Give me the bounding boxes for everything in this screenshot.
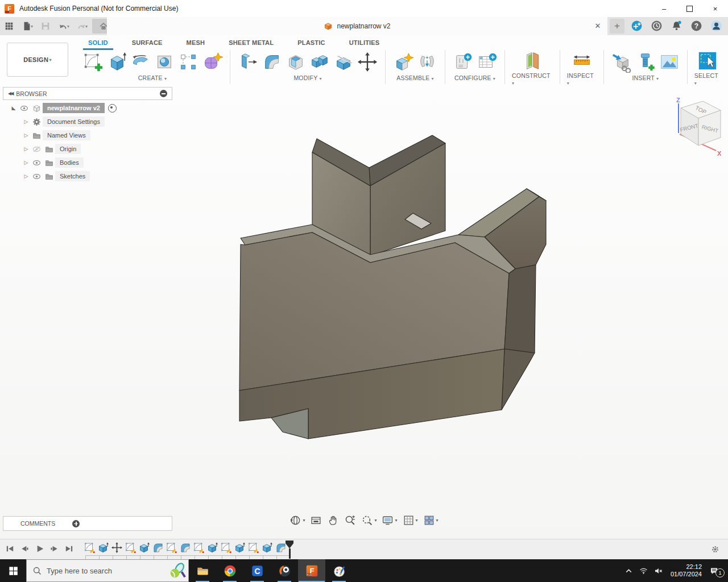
browser-item-named-views[interactable]: ▷Named Views bbox=[22, 128, 171, 142]
new-tab-button[interactable]: + bbox=[610, 19, 624, 34]
configuration-table-button[interactable] bbox=[476, 51, 498, 73]
browser-item-document-settings[interactable]: ▷Document Settings bbox=[22, 115, 171, 128]
start-button[interactable] bbox=[0, 559, 26, 582]
step-forward-button[interactable] bbox=[49, 543, 60, 554]
timeline-feature-extrude[interactable] bbox=[234, 542, 246, 554]
taskbar-app-paint[interactable] bbox=[325, 559, 353, 582]
taskbar-app-chrome[interactable] bbox=[216, 559, 243, 582]
configuration-button[interactable] bbox=[452, 51, 474, 73]
look-at-button[interactable] bbox=[310, 514, 322, 526]
document-tab[interactable]: newplatnarrow v2 ✕ bbox=[107, 17, 607, 35]
viewports-button[interactable]: ▾ bbox=[423, 514, 439, 526]
timeline-settings-button[interactable] bbox=[710, 544, 720, 554]
browser-panel-header[interactable]: ◀◀ BROWSER bbox=[3, 87, 172, 100]
timeline-feature-sketch[interactable] bbox=[247, 542, 259, 554]
tab-sheet-metal[interactable]: SHEET METAL bbox=[217, 35, 286, 50]
visibility-toggle-icon[interactable] bbox=[30, 144, 43, 154]
group-label[interactable]: MODIFY ▾ bbox=[293, 74, 321, 81]
play-button[interactable] bbox=[34, 543, 45, 554]
create-sketch-button[interactable] bbox=[82, 51, 104, 73]
group-label[interactable]: CREATE ▾ bbox=[138, 74, 167, 81]
combine-button[interactable] bbox=[309, 51, 330, 73]
taskbar-app-file-explorer[interactable] bbox=[189, 559, 216, 582]
timeline-feature-fillet[interactable] bbox=[152, 542, 164, 554]
taskbar-app-fusion[interactable]: FFUS bbox=[298, 559, 325, 582]
save-button[interactable] bbox=[38, 19, 53, 34]
notifications-button[interactable] bbox=[671, 20, 682, 32]
app-grid-button[interactable] bbox=[1, 19, 17, 34]
timeline-feature-sketch[interactable] bbox=[84, 542, 96, 554]
browser-item-newplatnarrow-v2[interactable]: ◣newplatnarrow v2 bbox=[10, 101, 171, 115]
timeline-feature-sketch[interactable] bbox=[193, 542, 205, 554]
go-to-start-button[interactable] bbox=[5, 543, 15, 554]
volume-muted-icon[interactable] bbox=[653, 566, 663, 576]
fit-button[interactable]: ▾ bbox=[361, 514, 377, 526]
collapse-panel-icon[interactable]: ◀◀ bbox=[8, 91, 13, 96]
group-label[interactable]: SELECT ▾ bbox=[694, 72, 721, 86]
wifi-icon[interactable] bbox=[639, 566, 648, 576]
visibility-toggle-icon[interactable] bbox=[30, 172, 43, 181]
browser-item-bodies[interactable]: ▷Bodies bbox=[22, 156, 171, 169]
go-to-end-button[interactable] bbox=[64, 543, 75, 554]
display-settings-button[interactable]: ▾ bbox=[382, 514, 397, 526]
fillet-button[interactable] bbox=[261, 51, 283, 73]
hole-button[interactable] bbox=[154, 51, 175, 73]
orbit-button[interactable]: ▾ bbox=[289, 514, 305, 526]
insert-derive-button[interactable] bbox=[611, 51, 632, 73]
close-tab-icon[interactable]: ✕ bbox=[593, 21, 603, 31]
tray-chevron-up-icon[interactable] bbox=[624, 566, 634, 576]
timeline-feature-sketch[interactable] bbox=[125, 542, 136, 554]
timeline-feature-extrude[interactable] bbox=[261, 542, 273, 554]
search-daily-image[interactable] bbox=[169, 562, 186, 579]
measure-button[interactable] bbox=[571, 50, 593, 72]
group-label[interactable]: CONSTRUCT ▾ bbox=[512, 72, 553, 86]
timeline-feature-sketch[interactable] bbox=[166, 542, 177, 554]
browser-item-sketches[interactable]: ▷Sketches bbox=[22, 169, 171, 183]
visibility-toggle-icon[interactable] bbox=[30, 158, 43, 168]
construction-plane-button[interactable] bbox=[522, 50, 543, 72]
insert-fastener-button[interactable] bbox=[635, 51, 656, 73]
timeline-feature-extrude[interactable] bbox=[138, 542, 150, 554]
avatar-button[interactable] bbox=[710, 20, 722, 32]
tab-surface[interactable]: SURFACE bbox=[120, 35, 175, 50]
tab-mesh[interactable]: MESH bbox=[175, 35, 217, 50]
group-label[interactable]: ASSEMBLE ▾ bbox=[396, 74, 434, 81]
move-button[interactable] bbox=[357, 51, 378, 73]
close-button[interactable]: × bbox=[702, 0, 728, 17]
joint-button[interactable] bbox=[416, 51, 438, 73]
step-back-button[interactable] bbox=[19, 543, 30, 554]
revolve-button[interactable] bbox=[130, 51, 151, 73]
expand-icon[interactable]: ▷ bbox=[22, 132, 30, 138]
timeline-feature-fillet[interactable] bbox=[275, 542, 287, 554]
view-cube[interactable]: Z X TOP FRONT RIGHT bbox=[661, 95, 724, 158]
group-label[interactable]: INSERT ▾ bbox=[632, 74, 659, 81]
expand-icon[interactable]: ▷ bbox=[22, 160, 30, 165]
taskbar-clock[interactable]: 22:12 01/07/2024 bbox=[671, 563, 702, 578]
tab-plastic[interactable]: PLASTIC bbox=[286, 35, 337, 50]
timeline-feature-fillet[interactable] bbox=[179, 542, 191, 554]
browser-item-origin[interactable]: ▷Origin bbox=[22, 142, 171, 156]
new-component-button[interactable] bbox=[392, 51, 414, 73]
expand-icon[interactable]: ▷ bbox=[22, 119, 30, 124]
shell-button[interactable] bbox=[285, 51, 307, 73]
visibility-toggle-icon[interactable] bbox=[18, 103, 30, 113]
grid-display-button[interactable]: ▾ bbox=[403, 514, 418, 526]
undo-button[interactable]: ▾ bbox=[56, 19, 72, 34]
timeline-feature-move[interactable] bbox=[111, 542, 123, 554]
form-button[interactable] bbox=[201, 51, 223, 73]
help-button[interactable]: ? bbox=[690, 20, 702, 32]
maximize-button[interactable] bbox=[677, 0, 702, 17]
collapse-icon[interactable]: ◣ bbox=[10, 105, 18, 111]
timeline-feature-extrude[interactable] bbox=[97, 542, 109, 554]
activate-component-radio[interactable] bbox=[108, 104, 117, 113]
timeline-feature-extrude[interactable] bbox=[206, 542, 218, 554]
expand-icon[interactable]: ▷ bbox=[22, 173, 30, 179]
select-button[interactable] bbox=[697, 50, 718, 72]
minimize-button[interactable]: – bbox=[651, 0, 677, 17]
split-body-button[interactable] bbox=[333, 51, 354, 73]
press-pull-button[interactable] bbox=[237, 51, 259, 73]
group-label[interactable]: INSPECT ▾ bbox=[567, 72, 597, 86]
action-center-button[interactable]: 1 bbox=[709, 566, 722, 576]
zoom-button[interactable] bbox=[344, 514, 356, 526]
taskbar-app-app-c[interactable]: C bbox=[243, 559, 271, 582]
